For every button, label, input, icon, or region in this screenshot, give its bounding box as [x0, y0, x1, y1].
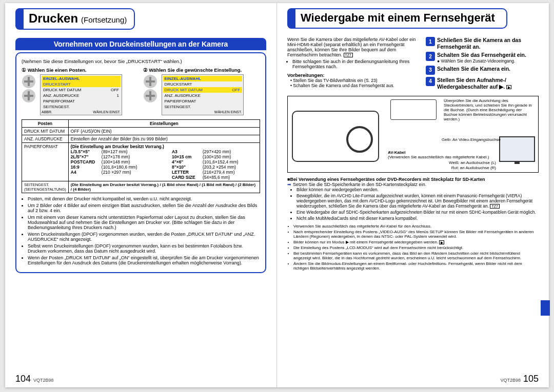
- notes-list: Posten, mit denen der Drucker nicht komp…: [22, 196, 260, 265]
- step2-title: ② Wählen Sie die gewünschte Einstellung.: [143, 67, 261, 73]
- play-icon: [506, 85, 511, 89]
- dpad-icon: [144, 75, 157, 88]
- camera-icon: [292, 111, 379, 162]
- section-bar: Vornehmen von Druckeinstellungen an der …: [15, 38, 266, 50]
- step-badge: 3: [426, 66, 435, 75]
- diag-white: Weiß: an Audiobuchse (L): [449, 160, 496, 165]
- settings-table: Posten Einstellungen DRUCK MIT DATUM OFF…: [22, 119, 260, 193]
- diag-av: AV-Kabel(Verwenden Sie ausschließlich da…: [388, 150, 489, 159]
- numbered-steps: 1Schließen Sie die Kamera an das Fernseh…: [426, 37, 539, 92]
- step-badge: 4: [426, 77, 435, 86]
- prep-title: Vorbereitungen:: [287, 72, 421, 78]
- menu-screenshot-2: EINZEL-AUSWAHL DRUCKSTART DRUCK MIT DATU…: [162, 74, 244, 115]
- fine-print-list: Verwenden Sie ausschließlich das mitgeli…: [287, 224, 539, 271]
- tv-icon: [499, 136, 535, 162]
- page-right: Wiedergabe mit einem Fernsehgerät Wenn S…: [277, 3, 549, 387]
- diag-yellow: Gelb: An Video-Eingangsbuchse: [442, 137, 501, 142]
- page-subtitle: (Fortsetzung): [81, 15, 127, 24]
- page-number-left: 104 VQT2B98: [15, 374, 54, 384]
- sd-section: ■Bei Verwendung eines Fernsehgerätes ode…: [287, 177, 539, 221]
- step1-title: ① Wählen Sie einen Posten.: [22, 67, 139, 73]
- dpad-icon: [22, 89, 35, 102]
- play-icon: [439, 240, 444, 244]
- step-badge: 1: [426, 37, 435, 46]
- diag-red: Rot: an Audiobuchse (R): [451, 166, 496, 170]
- page-number-right: VQT2B98 105: [500, 374, 539, 384]
- note-top: (Nehmen Sie diese Einstellungen vor, bev…: [22, 58, 260, 64]
- tz7-badge: TZ7: [490, 204, 499, 209]
- page-title: Wiedergabe mit einem Fernsehgerät: [301, 11, 495, 25]
- dpad-icon: [22, 75, 35, 88]
- diag-note: Überprüfen Sie die Ausrichtung des Steck…: [444, 98, 536, 121]
- step-badge: 2: [426, 52, 435, 61]
- connection-diagram: Überprüfen Sie die Ausrichtung des Steck…: [287, 96, 539, 173]
- page-title: Drucken: [29, 11, 78, 26]
- spread: Drucken (Fortsetzung) Vornehmen von Druc…: [5, 3, 549, 387]
- title-tab-right: Wiedergabe mit einem Fernsehgerät: [287, 8, 507, 29]
- menu-screenshot-1: EINZEL-AUSWAHL DRUCKSTART DRUCK MIT DATU…: [40, 74, 122, 115]
- dpad-icon: [144, 89, 157, 102]
- title-tab-left: Drucken (Fortsetzung): [15, 8, 135, 30]
- panel: (Nehmen Sie diese Einstellungen vor, bev…: [15, 52, 266, 273]
- plug-icon: [390, 99, 437, 120]
- tz7-badge: TZ7: [344, 53, 353, 57]
- page-left: Drucken (Fortsetzung) Vornehmen von Druc…: [5, 3, 277, 387]
